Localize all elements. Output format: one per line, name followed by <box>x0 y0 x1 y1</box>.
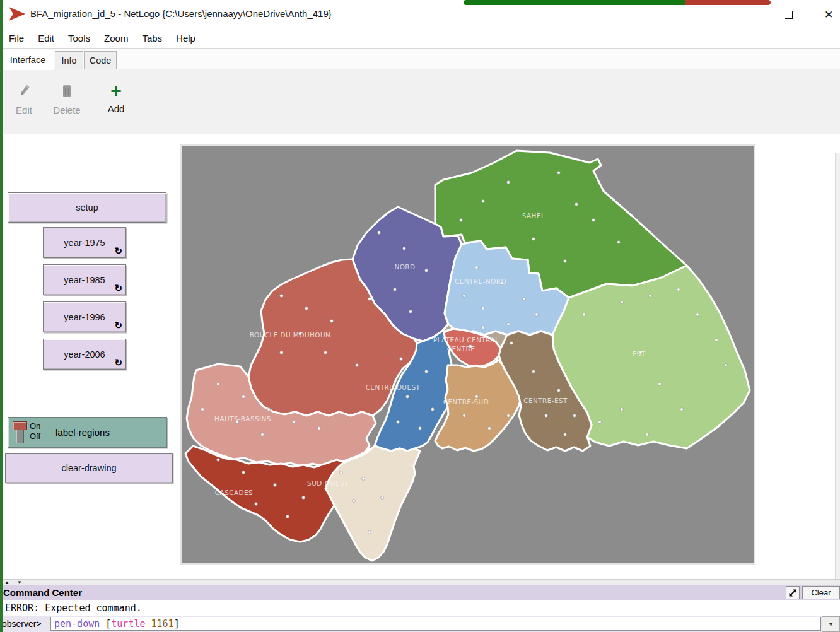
interface-canvas: setup year-1975 ↻ year-1985 ↻ year-1996 … <box>0 134 840 579</box>
command-center-header: Command Center Clear <box>0 585 840 600</box>
command-center-splitter[interactable]: ▲ ▼ <box>0 579 840 585</box>
forever-icon: ↻ <box>114 246 122 255</box>
close-button[interactable]: ✕ <box>815 5 840 24</box>
label-boucle-du-mouhoun: BOUCLE DU MOUHOUN <box>250 331 331 339</box>
edit-label: Edit <box>6 105 42 115</box>
trash-icon <box>61 90 73 100</box>
window-title: BFA_migration_jd_5 - NetLogo {C:\Users\j… <box>30 8 332 19</box>
tab-interface[interactable]: Interface <box>1 50 54 70</box>
year-2006-label: year-2006 <box>64 349 105 360</box>
command-input-row: observer> pen-down [turtle 1161] ▾ <box>0 616 840 632</box>
switch-knob[interactable] <box>13 421 27 430</box>
label-centre-ouest: CENTRE-OUEST <box>366 383 421 391</box>
detach-button[interactable] <box>786 586 800 599</box>
tab-code[interactable]: Code <box>84 51 117 70</box>
label-est: EST <box>633 350 646 358</box>
tab-info[interactable]: Info <box>55 51 83 70</box>
command-input[interactable]: pen-down [turtle 1161] <box>50 617 821 631</box>
switch-name-label: label-regions <box>55 418 110 447</box>
minimize-icon <box>737 15 745 15</box>
year-1985-label: year-1985 <box>64 275 105 285</box>
menu-edit[interactable]: Edit <box>31 33 61 44</box>
maximize-icon <box>785 11 793 19</box>
setup-label: setup <box>76 202 98 213</box>
vertical-scrollbar[interactable] <box>835 153 840 579</box>
label-plateau-central: PLATEAU-CENTRAL <box>433 336 499 344</box>
map-regions <box>185 151 750 561</box>
command-center-title: Command Center <box>3 587 82 598</box>
year-1975-button[interactable]: year-1975 ↻ <box>43 227 126 258</box>
label-hauts-bassins: HAUTS-BASSINS <box>214 415 271 423</box>
interface-toolbar: Edit Delete + Add *abc Button ▼ normal s… <box>0 69 840 134</box>
label-centre: CENTRE <box>447 345 475 353</box>
label-centre-sud: CENTRE-SUD <box>443 398 489 406</box>
command-output: ERROR: Expected command. <box>0 600 840 616</box>
history-dropdown-button[interactable]: ▾ <box>822 616 840 632</box>
history-arrow-icon: ▾ <box>829 621 832 628</box>
menu-help[interactable]: Help <box>169 33 202 44</box>
diagonal-arrows-icon <box>788 588 797 597</box>
menu-file[interactable]: File <box>2 33 31 44</box>
netlogo-window: BFA_migration_jd_5 - NetLogo {C:\Users\j… <box>0 0 840 632</box>
year-1996-label: year-1996 <box>64 312 105 322</box>
clear-button[interactable]: Clear <box>802 586 840 599</box>
label-sud-ouest: SUD-OUEST <box>307 479 349 487</box>
clear-drawing-label: clear-drawing <box>61 463 116 473</box>
burkina-faso-map: SAHEL NORD CENTRE-NORD EST BOUCLE DU MOU… <box>180 144 756 566</box>
command-input-text: pen-down [turtle 1161] <box>54 618 180 629</box>
label-centre-nord: CENTRE-NORD <box>455 278 506 285</box>
year-1985-button[interactable]: year-1985 ↻ <box>43 264 126 295</box>
menu-tabs[interactable]: Tabs <box>135 33 169 44</box>
splitter-up-icon[interactable]: ▲ <box>4 580 9 585</box>
edit-widget-button[interactable]: Edit <box>6 83 42 115</box>
pencil-icon <box>17 90 31 100</box>
plus-icon: + <box>110 80 122 101</box>
close-icon: ✕ <box>824 9 833 20</box>
label-cascades: CASCADES <box>215 489 253 496</box>
delete-label: Delete <box>49 105 85 115</box>
recording-bar-red <box>685 0 771 5</box>
splitter-down-icon[interactable]: ▼ <box>17 580 22 585</box>
label-sahel: SAHEL <box>522 212 545 219</box>
year-1975-label: year-1975 <box>64 238 105 248</box>
maximize-button[interactable] <box>774 5 802 24</box>
setup-button[interactable]: setup <box>8 192 166 223</box>
forever-icon: ↻ <box>114 320 122 330</box>
label-regions-switch[interactable]: On Off label-regions <box>8 417 167 448</box>
recording-bar-green <box>464 0 685 5</box>
world-view[interactable]: SAHEL NORD CENTRE-NORD EST BOUCLE DU MOU… <box>180 144 755 565</box>
observer-prompt[interactable]: observer> <box>2 619 42 629</box>
tab-bar: Interface Info Code <box>0 49 840 69</box>
screen-edge-strip <box>0 0 3 632</box>
menu-tools[interactable]: Tools <box>61 33 97 44</box>
switch-on-label: On <box>30 421 40 431</box>
netlogo-logo-icon <box>8 6 26 25</box>
clear-drawing-button[interactable]: clear-drawing <box>5 453 173 483</box>
add-label: Add <box>98 103 134 114</box>
forever-icon: ↻ <box>114 283 122 293</box>
add-widget-button[interactable]: + Add <box>98 83 134 114</box>
label-nord: NORD <box>394 263 415 271</box>
switch-off-label: Off <box>30 431 40 441</box>
year-1996-button[interactable]: year-1996 ↻ <box>43 301 126 332</box>
delete-widget-button[interactable]: Delete <box>49 83 85 115</box>
year-2006-button[interactable]: year-2006 ↻ <box>43 339 126 370</box>
menu-bar: File Edit Tools Zoom Tabs Help <box>0 28 840 49</box>
menu-zoom[interactable]: Zoom <box>97 33 135 44</box>
minimize-button[interactable] <box>726 5 754 24</box>
label-centre-est: CENTRE-EST <box>523 397 568 404</box>
forever-icon: ↻ <box>114 358 122 367</box>
